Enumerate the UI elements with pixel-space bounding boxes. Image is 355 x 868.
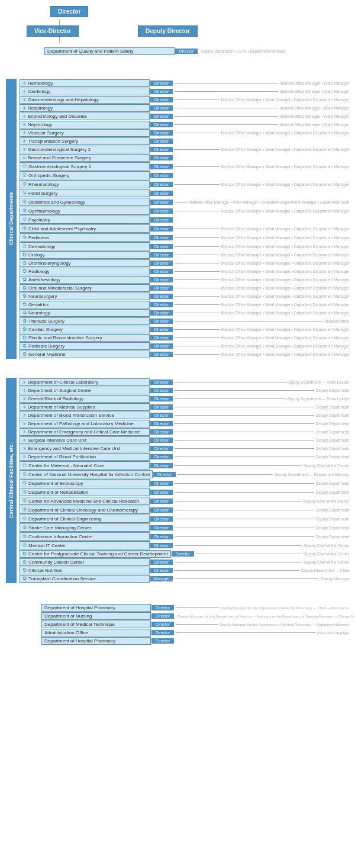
dept-line bbox=[175, 279, 220, 280]
dept-line bbox=[175, 354, 220, 355]
central-dept-name: Department of Blood Transfusion Service bbox=[28, 413, 147, 418]
central-dept-director: Director bbox=[150, 429, 173, 435]
central-dept-line bbox=[175, 382, 286, 382]
clinical-dept-row: ㉜Pediatric SurgeryDirectorMedical Office… bbox=[20, 342, 349, 350]
dept-sub: Medical Office Manager • Ward Manager • … bbox=[221, 253, 349, 257]
central-dept-name: Center for Postgraduate Clinical Trainin… bbox=[28, 551, 168, 557]
gap3 bbox=[6, 589, 349, 596]
central-dept-num: ⑤ bbox=[22, 413, 26, 418]
dept-box: ⑬Rheumatology bbox=[20, 180, 150, 188]
dept-name: Gastroenterological Surgery 1 bbox=[28, 164, 147, 169]
central-dept-name: Emergency and Medical Intensive Care Uni… bbox=[28, 446, 147, 451]
clinical-dept-row: ㉚Cardiac SurgeryDirectorMedical Office M… bbox=[20, 326, 349, 333]
central-dept-line bbox=[175, 432, 314, 432]
central-dept-row: ⑪Center for Maternal - Neonatal CareDire… bbox=[20, 461, 349, 470]
central-dept-line bbox=[175, 465, 302, 466]
dept-director: Director bbox=[150, 310, 173, 316]
central-dept-box: ⑲Continence Information Center bbox=[20, 532, 150, 541]
central-dept-sub: Deputy Department bbox=[316, 430, 349, 434]
central-dept-director: Manager bbox=[150, 576, 173, 581]
central-dept-row: ②Department of Surgical CenterDirectorDe… bbox=[20, 387, 349, 394]
central-dept-box: ㉒Community Liaison Center bbox=[20, 558, 150, 566]
central-dept-name: Transplant Coordination Service bbox=[28, 576, 147, 581]
dept-line bbox=[175, 229, 220, 229]
dept-name: Oral and Maxillofacial Surgery bbox=[28, 285, 147, 291]
dept-box: ⑤Endocrinology and Diabetes bbox=[20, 112, 150, 120]
vice-director-box: Vice-Director bbox=[27, 25, 79, 37]
clinical-dept-row: ㉑UrologyDirectorMedical Office Manager •… bbox=[20, 251, 349, 259]
dept-num: ㉑ bbox=[22, 253, 27, 257]
dept-name: Endocrinology and Diabetes bbox=[28, 114, 147, 119]
clinical-dept-row: ㉝General MedicineDirectorMedical Office … bbox=[20, 351, 349, 358]
dept-num: ⑬ bbox=[22, 181, 27, 187]
dept-line bbox=[175, 246, 220, 247]
dept-name: Thoracic Surgery bbox=[28, 319, 147, 324]
clinical-dept-row: ⑱Child and Adolescent PsychiatryDirector… bbox=[20, 224, 349, 233]
central-dept-box: ⑨Emergency and Medical Intensive Care Un… bbox=[20, 445, 150, 452]
clinical-dept-row: ㉘NeurologyDirectorMedical Office Manager… bbox=[20, 309, 349, 317]
central-dept-row: ⑫Center of National University Hospital … bbox=[20, 470, 349, 478]
dept-name: Hematology bbox=[28, 81, 147, 86]
central-dept-row: ⑱Stroke Care Managing CenterDirectorDepu… bbox=[20, 523, 349, 532]
central-dept-name: Department of Surgical Center bbox=[28, 388, 147, 393]
clinical-content: ①HematologyDirectorMedical Office Manage… bbox=[20, 79, 349, 359]
dept-box: ⑱Child and Adolescent Psychiatry bbox=[20, 224, 150, 233]
dept-num: ㉛ bbox=[22, 336, 27, 340]
dept-name: Pediatrics bbox=[28, 235, 147, 240]
dept-name: Orthopedic Surgery bbox=[28, 173, 147, 178]
central-dept-num: ⑧ bbox=[22, 438, 26, 443]
dept-sub: Medical Office Manager • Ward Manager • … bbox=[221, 209, 349, 213]
dept-name: Hand Surgery bbox=[28, 191, 147, 196]
dept-name: Neurosurgery bbox=[28, 294, 147, 299]
dept-director: Director bbox=[150, 155, 173, 160]
dept-name: Child and Adolescent Psychiatry bbox=[28, 226, 147, 232]
central-dept-box: ⑪Center for Maternal - Neonatal Care bbox=[20, 461, 150, 470]
bottom-section: Department of Hospital PharmacyDirectorD… bbox=[41, 604, 349, 645]
central-dept-line bbox=[196, 554, 302, 554]
clinical-dept-row: ⑮Obstetrics and GynecologyDirectorMedica… bbox=[20, 198, 349, 206]
central-dept-sub: Deputy Manager bbox=[321, 577, 349, 581]
bottom-dept-director: Director bbox=[151, 605, 174, 610]
clinical-dept-row: ⑳DermatologyDirectorMedical Office Manag… bbox=[20, 242, 349, 250]
dept-sub: Medical Office Manager • Ward Manager • … bbox=[221, 278, 349, 282]
central-dept-box: ④Department of Medical Supplies bbox=[20, 403, 150, 411]
dept-num: ㉝ bbox=[22, 352, 27, 356]
dept-line bbox=[175, 184, 220, 185]
central-dept-row: ⑤Department of Blood Transfusion Service… bbox=[20, 412, 349, 419]
central-dept-name: Department of Medical Supplies bbox=[28, 404, 147, 410]
dept-name: Respirology bbox=[28, 105, 147, 111]
dept-num: ⑦ bbox=[22, 131, 26, 136]
dept-num: ⑨ bbox=[22, 147, 26, 152]
dept-box: ①Hematology bbox=[20, 79, 150, 87]
dept-director: Director bbox=[150, 319, 173, 324]
central-dept-box: ②Department of Surgical Center bbox=[20, 387, 150, 394]
bottom-dept-row: Administration OfficeDirector(See also O… bbox=[41, 629, 349, 636]
dept-sub: Medical Office Manager • Ward Manager bbox=[280, 89, 349, 94]
dept-box: ㉔Anesthesiology bbox=[20, 276, 150, 284]
dept-box: ⑩Breast and Endocrine Surgery bbox=[20, 154, 150, 162]
bottom-dept-line bbox=[176, 632, 315, 633]
dept-line bbox=[175, 237, 220, 238]
dept-num: ⑫ bbox=[22, 172, 27, 178]
central-dept-row: ⑩Department of Blood PurificationDirecto… bbox=[20, 453, 349, 461]
central-dept-sub: Deputy Department bbox=[316, 490, 349, 494]
dept-sub: Medical Office Manager • Ward Manager • … bbox=[221, 294, 349, 298]
dept-num: ㉚ bbox=[22, 327, 27, 332]
bottom-dept-box: Department of Hospital Pharmacy bbox=[41, 637, 151, 645]
central-dept-num: ⑦ bbox=[22, 430, 26, 435]
dept-box: ㉝General Medicine bbox=[20, 351, 150, 358]
central-dept-director: Director bbox=[150, 380, 173, 385]
bottom-dept-row: Department of Medical TechniqueDirectorD… bbox=[41, 621, 349, 628]
central-dept-name: Surgical Intensive Care Unit bbox=[28, 438, 147, 443]
central-dept-row: ㉔Transplant Coordination ServiceManagerD… bbox=[20, 575, 349, 583]
dept-box: ⑰Psychiatry bbox=[20, 216, 150, 224]
top-level: Director Vice-Director Deputy Director D… bbox=[6, 6, 349, 60]
dept-box: ㉙Thoracic Surgery bbox=[20, 317, 150, 325]
dept-line bbox=[175, 337, 220, 338]
dept-director: Director bbox=[150, 217, 173, 223]
central-dept-director: Director bbox=[150, 404, 173, 410]
dept-box: ⑦Vascular Surgery bbox=[20, 129, 150, 137]
central-dept-line bbox=[175, 510, 314, 510]
dept-box: ⑳Dermatology bbox=[20, 242, 150, 250]
central-dept-name: Department of Endoscopy bbox=[28, 481, 147, 486]
